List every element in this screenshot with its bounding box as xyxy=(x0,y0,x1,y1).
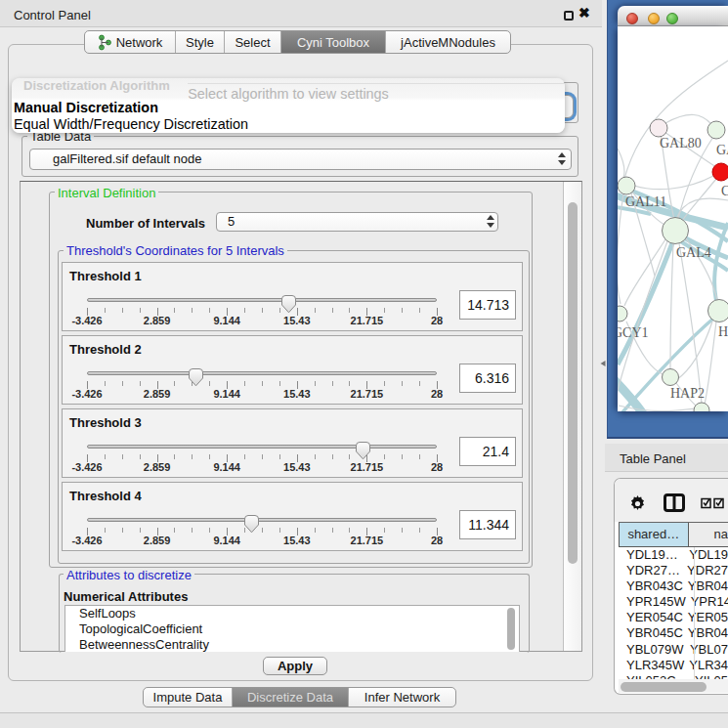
svg-text:H: H xyxy=(718,324,728,339)
svg-text:HAP2: HAP2 xyxy=(670,386,705,401)
svg-text:C: C xyxy=(721,184,728,198)
svg-text:GAL80: GAL80 xyxy=(660,136,702,150)
svg-text:GAL11: GAL11 xyxy=(625,194,666,209)
svg-text:GA: GA xyxy=(716,143,728,157)
svg-text:GCY1: GCY1 xyxy=(618,325,649,340)
svg-text:GAL4: GAL4 xyxy=(676,245,711,260)
